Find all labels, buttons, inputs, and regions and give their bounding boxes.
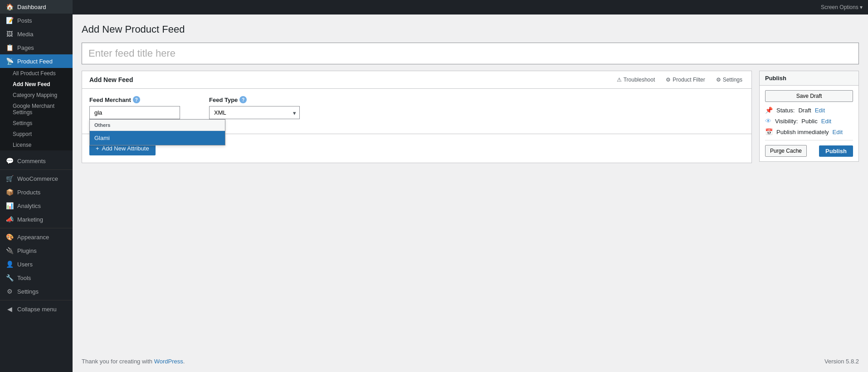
feed-type-help-icon[interactable]: ?: [239, 96, 247, 103]
sidebar-item-marketing[interactable]: 📣 Marketing: [0, 213, 73, 226]
collapse-icon: ◀: [5, 305, 14, 313]
publish-time-edit-link[interactable]: Edit: [833, 129, 843, 135]
sidebar-item-media[interactable]: 🖼 Media: [0, 27, 73, 41]
feed-box-actions: ⚠ Troubleshoot ⚙ Product Filter ⚙ Settin…: [615, 76, 744, 84]
product-filter-button[interactable]: ⚙ Product Filter: [664, 76, 707, 84]
sidebar-item-woocommerce[interactable]: 🛒 WooCommerce: [0, 172, 73, 185]
submenu-all-product-feeds[interactable]: All Product Feeds: [0, 68, 73, 79]
sidebar-item-settings[interactable]: ⚙ Settings: [0, 285, 73, 298]
settings-icon: ⚙: [5, 288, 14, 295]
page-title: Add New Product Feed: [82, 24, 859, 35]
submenu-settings[interactable]: Settings: [0, 118, 73, 129]
publish-box-header: Publish: [760, 71, 858, 86]
sidebar-item-label: WooCommerce: [17, 175, 58, 182]
submenu-label: License: [13, 142, 31, 148]
product-filter-label: Product Filter: [673, 77, 705, 83]
page-content: Add New Product Feed Add New Feed ⚠: [73, 14, 868, 351]
publish-button[interactable]: Publish: [819, 145, 853, 157]
submenu-label: Category Mapping: [13, 92, 57, 98]
screen-options-button[interactable]: Screen Options: [821, 4, 863, 10]
sidebar-item-products[interactable]: 📦 Products: [0, 185, 73, 199]
main-content: Screen Options Add New Product Feed Add …: [73, 0, 868, 372]
settings-label: Settings: [723, 77, 742, 83]
page-footer: Thank you for creating with WordPress. V…: [73, 351, 868, 372]
feed-merchant-field: Feed Merchant ? Others Glami: [89, 96, 180, 119]
sidebar-item-label: Analytics: [17, 203, 41, 209]
visibility-value: Public: [801, 118, 817, 125]
submenu-label: Add New Feed: [13, 81, 50, 87]
status-label: Status:: [776, 107, 795, 114]
sidebar-item-plugins[interactable]: 🔌 Plugins: [0, 244, 73, 257]
sidebar-item-users[interactable]: 👤 Users: [0, 257, 73, 271]
sidebar-item-label: Appearance: [17, 234, 49, 241]
submenu-category-mapping[interactable]: Category Mapping: [0, 90, 73, 101]
purge-cache-button[interactable]: Purge Cache: [765, 145, 807, 157]
sidebar-item-analytics[interactable]: 📊 Analytics: [0, 199, 73, 213]
status-row: 📌 Status: Draft Edit: [765, 106, 853, 114]
dropdown-item-glami[interactable]: Glami: [90, 131, 225, 145]
feed-box-title: Add New Feed: [89, 76, 133, 83]
comments-icon: 💬: [5, 157, 14, 164]
products-icon: 📦: [5, 188, 14, 196]
sidebar-item-label: Media: [17, 31, 33, 38]
sidebar-item-comments[interactable]: 💬 Comments: [0, 154, 73, 168]
sidebar-item-label: Settings: [17, 288, 39, 295]
posts-icon: 📝: [5, 17, 14, 24]
collapse-menu-button[interactable]: ◀ Collapse menu: [0, 302, 73, 316]
feed-type-field: Feed Type ? XML CSV TSV JSON: [209, 96, 300, 119]
visibility-edit-link[interactable]: Edit: [821, 118, 831, 125]
sidebar-item-label: Posts: [17, 17, 32, 24]
feed-type-select[interactable]: XML CSV TSV JSON: [209, 106, 300, 119]
status-icon: 📌: [765, 106, 773, 114]
product-feed-submenu: All Product Feeds Add New Feed Category …: [0, 68, 73, 150]
settings-button[interactable]: ⚙ Settings: [714, 76, 744, 84]
feed-title-input[interactable]: [82, 43, 859, 64]
troubleshoot-label: Troubleshoot: [624, 77, 655, 83]
sidebar-item-posts[interactable]: 📝 Posts: [0, 14, 73, 27]
merchant-input-wrapper: Others Glami: [89, 106, 180, 119]
sidebar-item-product-feed[interactable]: 📡 Product Feed: [0, 54, 73, 68]
visibility-row: 👁 Visibility: Public Edit: [765, 117, 853, 125]
sidebar-item-label: Products: [17, 189, 40, 196]
sidebar-item-dashboard[interactable]: 🏠 Dashboard: [0, 0, 73, 14]
collapse-menu-label: Collapse menu: [17, 306, 57, 313]
submenu-label: All Product Feeds: [13, 70, 56, 77]
visibility-icon: 👁: [765, 117, 771, 125]
feed-type-label: Feed Type ?: [209, 96, 300, 103]
warning-icon: ⚠: [617, 77, 622, 83]
sidebar-item-label: Product Feed: [17, 58, 53, 65]
status-value: Draft: [798, 107, 811, 114]
feed-merchant-help-icon[interactable]: ?: [133, 96, 140, 103]
save-draft-button[interactable]: Save Draft: [765, 90, 853, 102]
sidebar-item-label: Plugins: [17, 247, 37, 254]
feed-merchant-row: Feed Merchant ? Others Glami: [89, 96, 744, 119]
troubleshoot-button[interactable]: ⚠ Troubleshoot: [615, 76, 657, 84]
submenu-add-new-feed[interactable]: Add New Feed: [0, 79, 73, 90]
submenu-support[interactable]: Support: [0, 129, 73, 140]
sidebar-item-label: Comments: [17, 158, 46, 164]
submenu-google-merchant-settings[interactable]: Google Merchant Settings: [0, 101, 73, 118]
sidebar-item-label: Dashboard: [17, 4, 46, 10]
version-text: Version 5.8.2: [824, 358, 859, 365]
plugins-icon: 🔌: [5, 247, 14, 254]
sidebar-item-pages[interactable]: 📋 Pages: [0, 41, 73, 54]
visibility-label: Visibility:: [775, 118, 798, 125]
wordpress-link[interactable]: WordPress: [154, 358, 183, 365]
sidebar-item-tools[interactable]: 🔧 Tools: [0, 271, 73, 285]
feed-box-header: Add New Feed ⚠ Troubleshoot ⚙ Product Fi…: [82, 71, 751, 89]
feed-box: Add New Feed ⚠ Troubleshoot ⚙ Product Fi…: [82, 71, 752, 163]
merchant-search-input[interactable]: [89, 106, 180, 119]
submenu-label: Settings: [13, 120, 32, 126]
feed-merchant-label: Feed Merchant ?: [89, 96, 180, 103]
publish-box-title: Publish: [765, 75, 786, 82]
calendar-icon: 📅: [765, 128, 773, 135]
submenu-license[interactable]: License: [0, 140, 73, 150]
publish-time-row: 📅 Publish immediately Edit: [765, 128, 853, 135]
sidebar-item-label: Marketing: [17, 216, 43, 223]
sidebar-item-appearance[interactable]: 🎨 Appearance: [0, 230, 73, 244]
status-edit-link[interactable]: Edit: [815, 107, 825, 114]
filter-icon: ⚙: [666, 77, 671, 83]
analytics-icon: 📊: [5, 202, 14, 209]
publish-actions: Purge Cache Publish: [765, 140, 853, 157]
add-attribute-label: Add New Attribute: [102, 145, 149, 152]
